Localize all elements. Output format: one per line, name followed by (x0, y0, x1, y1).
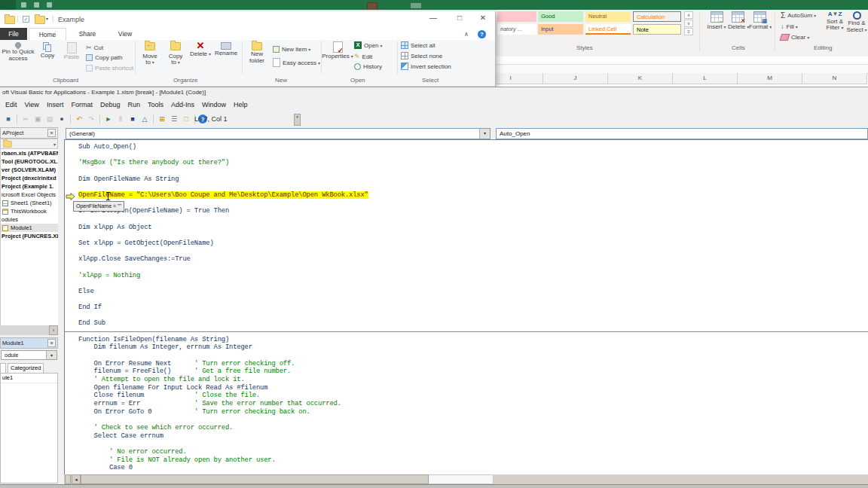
design-mode-icon[interactable]: △ (139, 114, 150, 124)
paste-icon[interactable]: ▤ (44, 114, 55, 124)
copy-to-button[interactable]: Copy to (164, 42, 188, 66)
properties-button[interactable]: ✓ Properties (324, 41, 351, 60)
copy-icon[interactable]: ▣ (32, 114, 43, 124)
chevron-down-icon[interactable]: ▾ (46, 351, 57, 359)
invert-selection-button[interactable]: Invert selection (401, 63, 451, 70)
insert-cells-button[interactable]: ← Insert (707, 11, 726, 31)
menu-debug[interactable]: Debug (96, 99, 124, 110)
menu-edit[interactable]: Edit (2, 99, 21, 110)
style-calculation[interactable]: Calculation (633, 11, 681, 22)
folder-toggle-icon[interactable] (3, 141, 11, 148)
chevron-down-icon[interactable]: ▾ (53, 142, 56, 147)
open-button[interactable]: X Open (354, 41, 383, 49)
style-note[interactable]: Note (633, 24, 681, 35)
project-tree-item[interactable]: icrosoft Excel Objects (1, 191, 58, 199)
project-tree-item[interactable]: Tool (EUROTOOL.XL. (1, 157, 58, 166)
move-to-button[interactable]: ← Move to (138, 42, 162, 66)
autosum-button[interactable]: Σ AutoSum (781, 11, 816, 20)
quick-access-icon[interactable] (21, 2, 26, 8)
minimize-icon[interactable]: — (422, 14, 445, 22)
close-icon[interactable]: ✕ (472, 14, 494, 22)
scroll-left-icon[interactable]: ◄ (72, 474, 81, 484)
save-icon[interactable]: ■ (3, 114, 14, 124)
select-all-button[interactable]: Select all (401, 41, 435, 49)
paste-button[interactable]: Paste (60, 42, 83, 61)
procedure-dropdown[interactable]: Auto_Open (496, 128, 868, 139)
delete-cells-button[interactable]: ✕ Delete (728, 11, 747, 31)
menu-help[interactable]: Help (230, 99, 252, 110)
project-tree-item[interactable]: Project (dnxclrinitxd (1, 174, 58, 182)
column-header[interactable]: K (608, 73, 673, 84)
tab-share[interactable]: Share (71, 28, 104, 40)
project-panel-header[interactable]: AProject ✕ (0, 127, 58, 139)
rename-button[interactable]: Rename (213, 42, 239, 57)
sort-filter-button[interactable]: A▼Z Sort & Filter (823, 11, 847, 32)
cut-icon[interactable]: ✂ (20, 114, 31, 124)
gallery-down-icon[interactable]: ∨ (684, 20, 693, 27)
tab-categorized[interactable]: Categorized (8, 363, 44, 373)
run-icon[interactable]: ► (103, 114, 114, 124)
column-header[interactable]: N (802, 73, 867, 84)
delete-button[interactable]: ✕ Delete (189, 41, 212, 58)
toolbar-overflow-icon[interactable]: ▾ (294, 114, 301, 126)
column-header[interactable]: M (738, 73, 802, 84)
menu-insert[interactable]: Insert (43, 99, 68, 110)
chevron-down-icon[interactable]: ▾ (479, 129, 490, 139)
menu-add-ins[interactable]: Add-Ins (167, 99, 198, 110)
maximize-icon[interactable]: □ (448, 14, 471, 22)
close-icon[interactable]: ✕ (47, 129, 56, 137)
gallery-more-icon[interactable]: ≡ (684, 28, 693, 35)
edit-button[interactable]: ✎ Edit (354, 53, 372, 60)
project-hscrollbar[interactable]: › (0, 325, 58, 335)
undo-icon[interactable]: ↶ (74, 114, 84, 124)
project-explorer-icon[interactable]: ⊞ (157, 114, 167, 124)
help-icon[interactable]: ? (478, 30, 486, 38)
scrollbar-thumb[interactable] (81, 474, 429, 484)
folder-icon[interactable] (35, 16, 45, 24)
project-tree-item[interactable]: Module1 (1, 224, 58, 232)
project-tree-item[interactable]: Project (FUNCRES.XL (1, 232, 58, 240)
scroll-right-icon[interactable]: › (49, 325, 58, 335)
code-hscrollbar[interactable]: ◄ (64, 474, 868, 484)
column-header[interactable]: J (543, 73, 608, 84)
properties-object-dropdown[interactable]: odule ▾ (1, 350, 57, 360)
menu-window[interactable]: Window (198, 99, 230, 110)
gallery-up-icon[interactable]: ∧ (684, 11, 693, 19)
project-tree-item[interactable]: odules (1, 215, 58, 224)
check-icon[interactable]: ✓ (23, 16, 29, 23)
find-icon[interactable]: ● (57, 114, 67, 124)
project-tree-item[interactable]: Project (Example 1. (1, 182, 58, 191)
cut-button[interactable]: ✂ Cut (86, 44, 103, 51)
quick-access-icon[interactable] (34, 2, 39, 8)
object-browser-icon[interactable]: □ (181, 114, 191, 124)
clear-button[interactable]: Clear (781, 34, 809, 41)
property-row[interactable]: ule1 (1, 374, 57, 383)
style-explanatory[interactable]: natory ... (497, 24, 536, 35)
close-icon[interactable]: ✕ (47, 339, 56, 347)
tab-file[interactable]: File (0, 28, 27, 40)
select-none-button[interactable]: Select none (401, 52, 442, 59)
style-input[interactable]: Input (538, 24, 583, 35)
style-good[interactable]: Good (538, 11, 583, 22)
menu-format[interactable]: Format (67, 99, 96, 110)
project-tree-item[interactable]: rbaen.xls (ATPVBAEN (1, 149, 58, 157)
fill-button[interactable]: ↓ Fill (781, 23, 798, 30)
style-bad-swatch[interactable] (497, 11, 536, 22)
new-folder-button[interactable]: New folder (245, 42, 269, 64)
column-header[interactable]: L (673, 73, 738, 84)
style-neutral[interactable]: Neutral (585, 11, 631, 22)
chevron-down-icon[interactable]: ▾ (46, 16, 48, 21)
menu-run[interactable]: Run (124, 99, 144, 110)
collapse-ribbon-icon[interactable]: ∧ (464, 31, 469, 38)
copy-path-button[interactable]: Copy path (86, 54, 122, 61)
quick-access-icon[interactable] (47, 2, 52, 8)
break-icon[interactable]: Ⅱ (115, 114, 126, 124)
project-tree-item[interactable]: Sheet1 (Sheet1) (1, 199, 58, 207)
reset-icon[interactable]: ■ (127, 114, 138, 124)
code-editor[interactable]: Sub Auto_Open()'MsgBox ("Is there anybod… (64, 139, 868, 475)
project-tree-item[interactable]: ThisWorkbook (1, 207, 58, 215)
new-item-button[interactable]: New item (273, 46, 310, 53)
format-cells-button[interactable]: ▦ Format (749, 11, 770, 31)
properties-panel-header[interactable]: Module1 ✕ (0, 337, 58, 349)
copy-button[interactable]: Copy (36, 42, 59, 59)
